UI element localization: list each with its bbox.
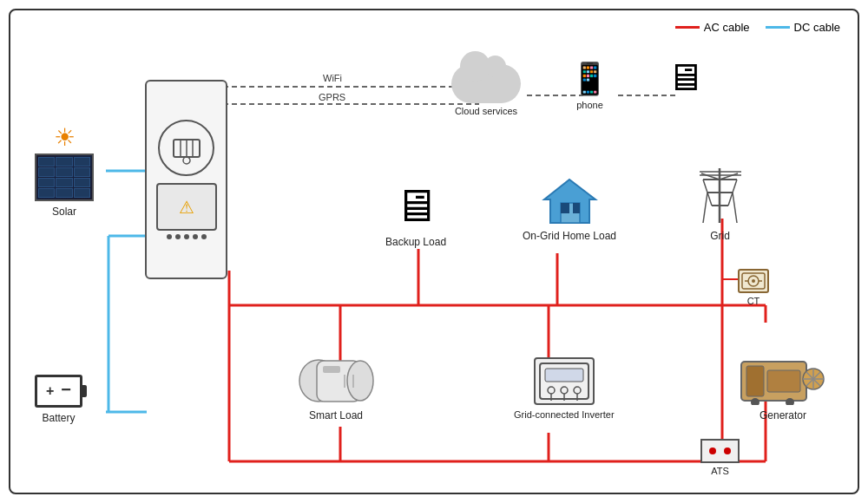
inverter: ⚠ bbox=[145, 80, 227, 279]
ct-icon bbox=[738, 269, 769, 293]
grid-component: Grid bbox=[696, 167, 744, 242]
solar-component: ☀ Solar bbox=[35, 123, 94, 218]
heater-icon bbox=[297, 357, 375, 405]
ats-component: ATS bbox=[700, 439, 740, 476]
generator-component: Generator bbox=[740, 349, 826, 421]
monitor-component: 🖥 bbox=[666, 56, 704, 99]
ac-label: AC cable bbox=[704, 21, 750, 34]
svg-rect-67 bbox=[746, 366, 764, 396]
wiring-diagram bbox=[10, 10, 858, 493]
svg-rect-57 bbox=[323, 366, 340, 373]
grid-inverter-icon bbox=[534, 357, 595, 405]
svg-rect-68 bbox=[767, 370, 800, 392]
battery-label: Battery bbox=[42, 412, 75, 424]
ac-legend: AC cable bbox=[675, 21, 750, 34]
svg-line-43 bbox=[701, 173, 720, 180]
phone-component: 📱 phone bbox=[570, 61, 609, 110]
computer-icon: 🖥 bbox=[393, 180, 438, 232]
home-load-component: On-Grid Home Load bbox=[523, 175, 616, 242]
inverter-ports bbox=[167, 234, 207, 239]
smart-load-component: Smart Load bbox=[297, 357, 375, 421]
generator-icon bbox=[740, 349, 826, 405]
house-icon bbox=[542, 175, 598, 225]
phone-icon: 📱 bbox=[570, 61, 609, 97]
wifi-label: WiFi bbox=[323, 73, 342, 83]
solar-panel-icon bbox=[35, 154, 94, 201]
warning-icon: ⚠ bbox=[179, 197, 194, 218]
ats-dot-1 bbox=[709, 447, 716, 454]
backup-load-component: 🖥 Backup Load bbox=[385, 180, 446, 248]
monitor-icon: 🖥 bbox=[666, 56, 704, 99]
battery-icon: + − bbox=[35, 375, 82, 408]
grid-inverter-component: Grid-connected Inverter bbox=[514, 357, 615, 420]
main-diagram: AC cable DC cable bbox=[9, 9, 859, 494]
svg-point-54 bbox=[347, 361, 373, 401]
inverter-circle bbox=[158, 120, 214, 176]
dc-legend: DC cable bbox=[766, 21, 840, 34]
svg-rect-59 bbox=[545, 369, 583, 382]
svg-line-44 bbox=[720, 173, 738, 180]
ats-dot-2 bbox=[724, 447, 731, 454]
legend: AC cable DC cable bbox=[675, 21, 840, 34]
grid-label: Grid bbox=[710, 230, 730, 242]
generator-label: Generator bbox=[760, 409, 806, 421]
cloud-icon bbox=[451, 64, 521, 103]
svg-point-30 bbox=[183, 157, 190, 164]
solar-label: Solar bbox=[52, 206, 76, 218]
inverter-warning: ⚠ bbox=[156, 183, 217, 231]
svg-point-49 bbox=[752, 279, 755, 283]
grid-inverter-label: Grid-connected Inverter bbox=[514, 409, 615, 420]
ct-component: CT bbox=[738, 269, 769, 306]
ats-label: ATS bbox=[711, 466, 729, 476]
backup-load-label: Backup Load bbox=[385, 236, 446, 248]
cloud-component: Cloud services bbox=[451, 64, 521, 116]
svg-rect-33 bbox=[573, 203, 580, 213]
dc-label: DC cable bbox=[794, 21, 840, 34]
home-load-label: On-Grid Home Load bbox=[523, 230, 616, 242]
svg-rect-34 bbox=[561, 203, 569, 213]
phone-label: phone bbox=[576, 100, 603, 110]
grid-tower-icon bbox=[696, 167, 744, 225]
gprs-label: GPRS bbox=[319, 92, 345, 102]
ac-line-sample bbox=[675, 26, 700, 29]
cloud-label: Cloud services bbox=[455, 106, 517, 116]
svg-line-41 bbox=[703, 193, 707, 223]
battery-component: + − Battery bbox=[35, 375, 82, 424]
svg-line-42 bbox=[733, 193, 737, 223]
dc-line-sample bbox=[766, 26, 790, 29]
ats-icon bbox=[700, 439, 740, 463]
sun-icon: ☀ bbox=[54, 123, 76, 152]
smart-load-label: Smart Load bbox=[309, 409, 363, 421]
ct-label: CT bbox=[747, 296, 760, 306]
